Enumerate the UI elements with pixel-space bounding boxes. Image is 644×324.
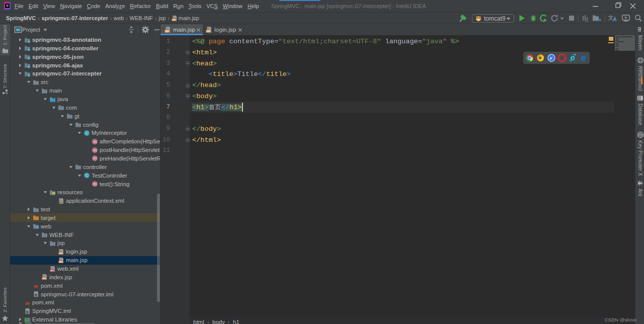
svg-text:m: m: [93, 156, 97, 161]
svg-text:m: m: [25, 299, 30, 305]
svg-text:m: m: [93, 148, 97, 152]
svg-text:e: e: [581, 53, 586, 62]
svg-text:m: m: [93, 182, 97, 186]
svg-text:JSP: JSP: [165, 30, 169, 33]
svg-text:A: A: [613, 17, 616, 22]
svg-text:m: m: [93, 139, 97, 144]
svg-text:C: C: [86, 173, 89, 178]
svg-text:JSP: JSP: [58, 252, 62, 254]
svg-text:JSP: JSP: [172, 19, 176, 21]
svg-text:JSP: JSP: [206, 30, 210, 33]
svg-text:JSP: JSP: [42, 277, 46, 280]
svg-text:C: C: [86, 131, 89, 135]
svg-text:wc: wc: [50, 269, 53, 271]
svg-text:JSP: JSP: [58, 260, 62, 263]
svg-text:m: m: [34, 283, 38, 289]
svg-text:m: m: [637, 27, 643, 32]
